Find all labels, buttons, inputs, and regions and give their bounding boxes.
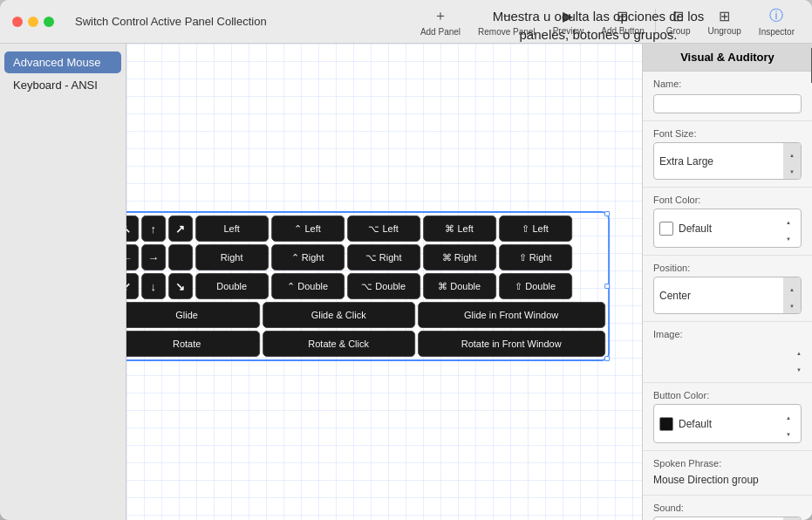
- arrow-down-icon: [786, 424, 791, 440]
- name-label: Name:: [653, 79, 802, 89]
- arrow-up-icon: [789, 145, 795, 161]
- inspector-font-color-section: Font Color: Default: [643, 188, 812, 256]
- window-title: Switch Control Active Panel Collection: [75, 15, 267, 28]
- font-size-label: Font Size:: [653, 128, 802, 139]
- arrow-down-icon: [786, 229, 791, 244]
- kb-btn-sw[interactable]: ↙: [126, 273, 139, 299]
- button-color-label: Button Color:: [653, 390, 802, 400]
- arrow-down-icon: [796, 359, 802, 375]
- font-size-arrow[interactable]: [783, 143, 801, 179]
- button-color-arrow[interactable]: [781, 407, 795, 440]
- main-window: Muestra u oculta las opciones de los pan…: [0, 0, 812, 520]
- spoken-label: Spoken Phrase:: [653, 458, 802, 469]
- traffic-lights: [0, 17, 66, 27]
- kb-btn-right[interactable]: Right: [195, 244, 269, 270]
- image-arrow[interactable]: [653, 343, 802, 375]
- kb-btn-nw[interactable]: ↖: [126, 216, 139, 242]
- arrow-up-icon: [786, 212, 791, 228]
- kb-btn-glide-front[interactable]: Glide in Front Window: [418, 302, 605, 328]
- arrow-down-icon: [789, 296, 795, 311]
- kb-grid: ↖ ↑ ↗ Left ⌃ Left ⌥ Left ⌘ Left ⇧ Left ▪…: [126, 216, 605, 357]
- kb-btn-se[interactable]: ↘: [168, 273, 193, 299]
- kb-btn-glide-click[interactable]: Glide & Click: [263, 302, 415, 328]
- main-area: Advanced Mouse Keyboard - ANSI: [0, 44, 812, 520]
- position-label: Position:: [653, 263, 802, 273]
- image-label: Image:: [653, 329, 802, 339]
- sidebar: Advanced Mouse Keyboard - ANSI: [0, 44, 126, 520]
- close-button[interactable]: [12, 17, 23, 27]
- image-chevron[interactable]: [796, 343, 802, 375]
- inspector-font-size-section: Font Size: Extra Large: [643, 121, 812, 188]
- font-size-select[interactable]: Extra Large: [653, 142, 802, 180]
- minimize-button[interactable]: [28, 17, 38, 27]
- kb-btn-left[interactable]: Left: [195, 216, 269, 242]
- tooltip-text: Muestra u oculta las opciones de los pan…: [393, 0, 812, 51]
- kb-btn-n[interactable]: ↑: [141, 216, 166, 242]
- kb-btn-double[interactable]: Double: [195, 273, 269, 299]
- kb-btn-glide[interactable]: Glide: [126, 302, 260, 328]
- kb-btn-rotate-front[interactable]: Rotate in Front Window: [418, 331, 605, 357]
- kb-row-5: Rotate Rotate & Click Rotate in Front Wi…: [126, 331, 605, 357]
- kb-btn-ctrl-double[interactable]: ⌃ Double: [271, 273, 345, 299]
- inspector-spoken-section: Spoken Phrase: Mouse Direction group: [643, 451, 812, 496]
- kb-btn-cmd-left[interactable]: ⌘ Left: [423, 216, 496, 242]
- arrow-up-icon: [789, 279, 795, 295]
- keyboard-group[interactable]: ↖ ↑ ↗ Left ⌃ Left ⌥ Left ⌘ Left ⇧ Left ▪…: [126, 214, 607, 359]
- kb-btn-ctrl-right[interactable]: ⌃ Right: [271, 244, 345, 270]
- name-input[interactable]: [653, 94, 802, 113]
- button-color-select[interactable]: Default: [653, 404, 802, 443]
- inspector-sound-section: Sound: Default System Sound: [643, 496, 812, 520]
- arrow-down-icon: [789, 161, 795, 177]
- kb-btn-opt-left[interactable]: ⌥ Left: [347, 216, 420, 242]
- maximize-button[interactable]: [44, 17, 54, 27]
- font-color-label: Font Color:: [653, 195, 802, 205]
- inspector-image-section: Image:: [643, 322, 812, 383]
- canvas-area[interactable]: ↖ ↑ ↗ Left ⌃ Left ⌥ Left ⌘ Left ⇧ Left ▪…: [126, 44, 642, 520]
- kb-btn-left-arrow[interactable]: ▪←: [126, 244, 139, 270]
- handle-br[interactable]: [604, 356, 610, 361]
- kb-btn-shift-double[interactable]: ⇧ Double: [499, 273, 572, 299]
- sound-label: Sound:: [653, 503, 802, 513]
- arrow-up-icon: [786, 407, 791, 423]
- kb-row-4: Glide Glide & Click Glide in Front Windo…: [126, 302, 605, 328]
- font-color-arrow[interactable]: [781, 212, 795, 244]
- kb-row-1: ↖ ↑ ↗ Left ⌃ Left ⌥ Left ⌘ Left ⇧ Left: [126, 216, 605, 242]
- sidebar-item-keyboard-ansi[interactable]: Keyboard - ANSI: [4, 74, 121, 96]
- spoken-value: Mouse Direction group: [653, 472, 802, 488]
- kb-btn-opt-right[interactable]: ⌥ Right: [347, 244, 420, 270]
- kb-btn-s[interactable]: ↓: [141, 273, 166, 299]
- handle-mr[interactable]: [604, 284, 610, 289]
- button-color-swatch: [659, 417, 673, 431]
- inspector-name-section: Name:: [643, 72, 812, 121]
- kb-btn-rotate[interactable]: Rotate: [126, 331, 260, 357]
- panel-collection: ↖ ↑ ↗ Left ⌃ Left ⌥ Left ⌘ Left ⇧ Left ▪…: [126, 214, 607, 359]
- kb-btn-empty[interactable]: [168, 244, 193, 270]
- kb-btn-shift-right[interactable]: ⇧ Right: [499, 244, 572, 270]
- font-color-select[interactable]: Default: [653, 209, 802, 248]
- kb-btn-rotate-click[interactable]: Rotate & Click: [263, 331, 415, 357]
- kb-row-2: ▪← → Right ⌃ Right ⌥ Right ⌘ Right ⇧ Rig…: [126, 244, 605, 270]
- kb-btn-ne[interactable]: ↗: [168, 216, 193, 242]
- kb-btn-shift-left[interactable]: ⇧ Left: [499, 216, 572, 242]
- kb-btn-ctrl-left[interactable]: ⌃ Left: [271, 216, 345, 242]
- kb-btn-opt-double[interactable]: ⌥ Double: [347, 273, 420, 299]
- position-select[interactable]: Center: [653, 277, 802, 314]
- kb-btn-cmd-double[interactable]: ⌘ Double: [423, 273, 496, 299]
- inspector-panel: Visual & Auditory Name: Font Size: Extra…: [642, 44, 812, 520]
- inspector-position-section: Position: Center: [643, 256, 812, 322]
- kb-btn-right-arrow[interactable]: →: [141, 244, 166, 270]
- kb-row-3: ↙ ↓ ↘ Double ⌃ Double ⌥ Double ⌘ Double …: [126, 273, 605, 299]
- kb-btn-cmd-right[interactable]: ⌘ Right: [423, 244, 496, 270]
- font-color-swatch: [659, 222, 673, 236]
- arrow-up-icon: [796, 343, 802, 359]
- position-arrow[interactable]: [783, 277, 801, 313]
- inspector-button-color-section: Button Color: Default: [643, 383, 812, 451]
- sidebar-item-advanced-mouse[interactable]: Advanced Mouse: [4, 51, 121, 73]
- handle-tr[interactable]: [604, 211, 610, 216]
- sound-select[interactable]: Default System Sound: [653, 517, 802, 520]
